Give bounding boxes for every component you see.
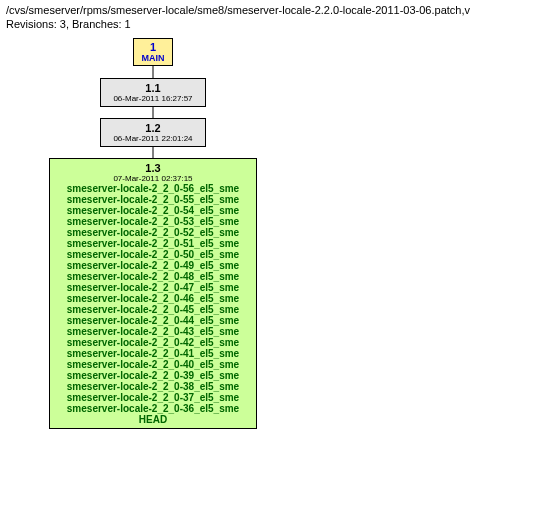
revision-1-2[interactable]: 1.2 06-Mar-2011 22:01:24 bbox=[100, 118, 206, 147]
revision-tag: smeserver-locale-2_2_0-42_el5_sme bbox=[56, 337, 250, 348]
header: /cvs/smeserver/rpms/smeserver-locale/sme… bbox=[0, 0, 560, 34]
branch-main[interactable]: 1 MAIN bbox=[133, 38, 173, 66]
revision-tag: smeserver-locale-2_2_0-39_el5_sme bbox=[56, 370, 250, 381]
revision-tag: smeserver-locale-2_2_0-50_el5_sme bbox=[56, 249, 250, 260]
revision-tag: smeserver-locale-2_2_0-41_el5_sme bbox=[56, 348, 250, 359]
revision-date: 06-Mar-2011 22:01:24 bbox=[107, 134, 199, 143]
revision-1-1[interactable]: 1.1 06-Mar-2011 16:27:57 bbox=[100, 78, 206, 107]
revision-date: 07-Mar-2011 02:37:15 bbox=[56, 174, 250, 183]
revision-tag: smeserver-locale-2_2_0-53_el5_sme bbox=[56, 216, 250, 227]
revision-tag: smeserver-locale-2_2_0-47_el5_sme bbox=[56, 282, 250, 293]
branch-num: 1 bbox=[140, 41, 166, 53]
revision-tag: smeserver-locale-2_2_0-38_el5_sme bbox=[56, 381, 250, 392]
revision-tag: smeserver-locale-2_2_0-49_el5_sme bbox=[56, 260, 250, 271]
revision-tag: smeserver-locale-2_2_0-55_el5_sme bbox=[56, 194, 250, 205]
revision-tag: smeserver-locale-2_2_0-56_el5_sme bbox=[56, 183, 250, 194]
branch-label: MAIN bbox=[140, 53, 166, 63]
revision-tree: 1 MAIN 1.1 06-Mar-2011 16:27:57 1.2 06-M… bbox=[0, 34, 560, 517]
revision-title: 1.3 bbox=[56, 162, 250, 174]
revision-tag: smeserver-locale-2_2_0-40_el5_sme bbox=[56, 359, 250, 370]
revision-title: 1.2 bbox=[107, 122, 199, 134]
revision-tag: smeserver-locale-2_2_0-43_el5_sme bbox=[56, 326, 250, 337]
revision-tag: HEAD bbox=[56, 414, 250, 425]
revision-tag: smeserver-locale-2_2_0-36_el5_sme bbox=[56, 403, 250, 414]
revision-tag: smeserver-locale-2_2_0-48_el5_sme bbox=[56, 271, 250, 282]
revision-tag: smeserver-locale-2_2_0-51_el5_sme bbox=[56, 238, 250, 249]
revision-tag: smeserver-locale-2_2_0-44_el5_sme bbox=[56, 315, 250, 326]
revision-meta: Revisions: 3, Branches: 1 bbox=[6, 18, 554, 30]
revision-date: 06-Mar-2011 16:27:57 bbox=[107, 94, 199, 103]
revision-tag: smeserver-locale-2_2_0-52_el5_sme bbox=[56, 227, 250, 238]
revision-tag: smeserver-locale-2_2_0-37_el5_sme bbox=[56, 392, 250, 403]
revision-1-3-head[interactable]: 1.3 07-Mar-2011 02:37:15 smeserver-local… bbox=[49, 158, 257, 429]
file-path: /cvs/smeserver/rpms/smeserver-locale/sme… bbox=[6, 4, 554, 16]
revision-title: 1.1 bbox=[107, 82, 199, 94]
revision-tag: smeserver-locale-2_2_0-54_el5_sme bbox=[56, 205, 250, 216]
revision-tag: smeserver-locale-2_2_0-46_el5_sme bbox=[56, 293, 250, 304]
revision-tag: smeserver-locale-2_2_0-45_el5_sme bbox=[56, 304, 250, 315]
